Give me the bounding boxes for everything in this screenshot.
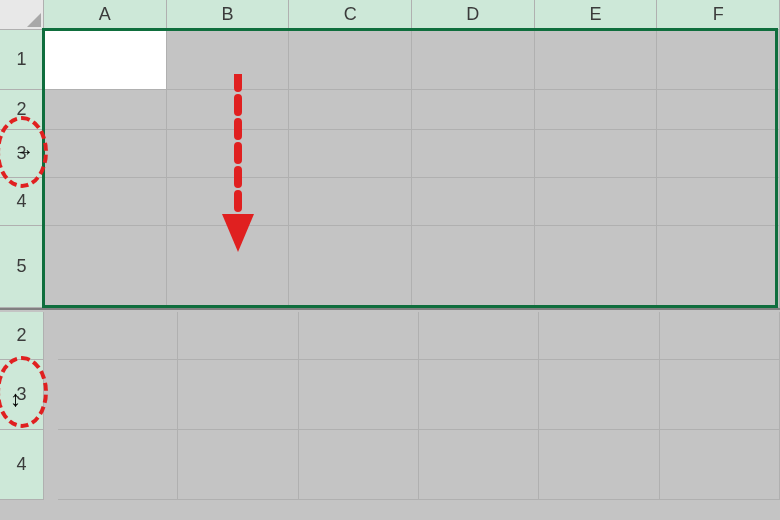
cell-E4[interactable] (535, 178, 658, 226)
cell-D3[interactable] (412, 130, 535, 178)
cell[interactable] (58, 430, 178, 500)
row-headers-lower: 2 3 4 (0, 312, 44, 500)
row-header-5[interactable]: 5 (0, 226, 44, 308)
row-headers-upper: 1 2 3 4 5 (0, 30, 44, 308)
cell[interactable] (419, 360, 539, 430)
cell-A2[interactable] (44, 90, 167, 130)
cell[interactable] (419, 430, 539, 500)
cell[interactable] (660, 312, 780, 360)
row-header-2b[interactable]: 2 (0, 312, 44, 360)
col-header-E[interactable]: E (535, 0, 658, 30)
cell-B5[interactable] (167, 226, 290, 308)
cell-D5[interactable] (412, 226, 535, 308)
spreadsheet-viewport: A B C D E F 1 2 3 4 5 (0, 0, 780, 520)
row-header-4b[interactable]: 4 (0, 430, 44, 500)
col-header-D[interactable]: D (412, 0, 535, 30)
cell-E1[interactable] (535, 30, 658, 90)
cell-D4[interactable] (412, 178, 535, 226)
row-header-3[interactable]: 3 (0, 130, 44, 178)
cell-A3[interactable] (44, 130, 167, 178)
cell[interactable] (178, 430, 298, 500)
cell[interactable] (419, 312, 539, 360)
cell-C4[interactable] (289, 178, 412, 226)
cell-E3[interactable] (535, 130, 658, 178)
cell[interactable] (539, 360, 659, 430)
cell[interactable] (58, 360, 178, 430)
cell-C1[interactable] (289, 30, 412, 90)
svg-marker-0 (27, 13, 41, 27)
cell-D2[interactable] (412, 90, 535, 130)
row-header-3b[interactable]: 3 (0, 360, 44, 430)
cell-A1[interactable] (44, 30, 167, 90)
cell-E5[interactable] (535, 226, 658, 308)
cell[interactable] (299, 360, 419, 430)
col-header-B[interactable]: B (167, 0, 290, 30)
split-bar[interactable] (0, 308, 780, 310)
col-header-F[interactable]: F (657, 0, 780, 30)
column-headers: A B C D E F (44, 0, 780, 30)
row-header-2[interactable]: 2 (0, 90, 44, 130)
cell-B3[interactable] (167, 130, 290, 178)
cell[interactable] (58, 312, 178, 360)
grid-upper[interactable] (44, 30, 780, 308)
cell[interactable] (660, 360, 780, 430)
cell-A4[interactable] (44, 178, 167, 226)
cell[interactable] (660, 430, 780, 500)
col-header-C[interactable]: C (289, 0, 412, 30)
select-all-button[interactable] (0, 0, 44, 30)
cell[interactable] (178, 312, 298, 360)
cell[interactable] (178, 360, 298, 430)
cell-D1[interactable] (412, 30, 535, 90)
row-header-1[interactable]: 1 (0, 30, 44, 90)
cell[interactable] (539, 430, 659, 500)
cell-A5[interactable] (44, 226, 167, 308)
cell-C3[interactable] (289, 130, 412, 178)
cell-F1[interactable] (657, 30, 780, 90)
grid-lower[interactable] (58, 312, 780, 520)
col-header-A[interactable]: A (44, 0, 167, 30)
cell-F3[interactable] (657, 130, 780, 178)
cell-F2[interactable] (657, 90, 780, 130)
cell-B2[interactable] (167, 90, 290, 130)
cell[interactable] (539, 312, 659, 360)
cell-F5[interactable] (657, 226, 780, 308)
cell-E2[interactable] (535, 90, 658, 130)
cell-C5[interactable] (289, 226, 412, 308)
row-header-4[interactable]: 4 (0, 178, 44, 226)
cell-C2[interactable] (289, 90, 412, 130)
cell[interactable] (299, 430, 419, 500)
cell-B4[interactable] (167, 178, 290, 226)
cell-B1[interactable] (167, 30, 290, 90)
cell-F4[interactable] (657, 178, 780, 226)
cell[interactable] (299, 312, 419, 360)
